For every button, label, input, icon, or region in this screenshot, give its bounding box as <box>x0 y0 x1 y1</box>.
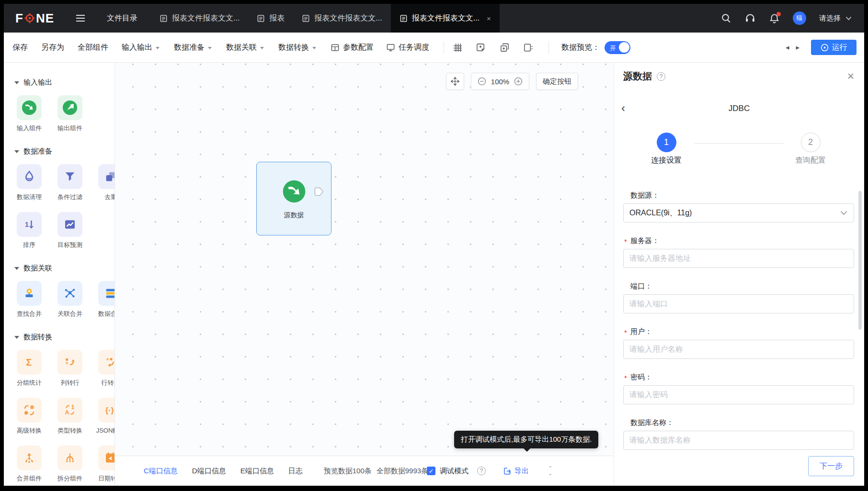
port-info-tab-d[interactable]: D端口信息 <box>192 467 226 476</box>
node-output-port[interactable] <box>314 187 324 197</box>
tab-report-2[interactable]: 报表 <box>248 4 293 33</box>
export-label: 导出 <box>514 467 529 476</box>
panel-collapse-arrows[interactable]: ⌃⌄ <box>548 466 552 476</box>
step-indicator: 1 连接设置 2 查询配置 <box>614 133 864 169</box>
run-button[interactable]: 运行 <box>811 40 857 55</box>
tab-report-1[interactable]: 报表文件报表文文... <box>151 4 248 33</box>
new-page-button[interactable] <box>476 43 486 53</box>
log-tab[interactable]: 日志 <box>288 467 303 476</box>
palette-item-lookup-merge[interactable]: 查找合并 <box>14 281 44 318</box>
export-button[interactable]: 导出 <box>503 467 529 476</box>
palette-item-data-merge[interactable]: 数据合并 <box>96 281 115 318</box>
data-preview-label: 数据预览： <box>561 43 600 53</box>
panel-back-icon[interactable]: ‹ <box>621 102 625 114</box>
capture-region-button[interactable] <box>523 43 533 53</box>
collapse-triangle-icon <box>14 81 19 84</box>
pager-next-icon[interactable]: ▸ <box>796 43 799 52</box>
zoom-out-icon[interactable] <box>478 77 486 86</box>
type-convert-icon: A1 <box>63 403 77 417</box>
collapse-triangle-icon <box>14 267 19 270</box>
palette-item-merge-component[interactable]: 合并组件 <box>14 446 44 483</box>
section-data-prepare[interactable]: 数据准备 <box>14 147 114 156</box>
user-avatar[interactable]: 猫 <box>793 11 806 25</box>
palette-item-data-clean[interactable]: 数据清理 <box>14 164 44 201</box>
toggle-on-label: 开 <box>610 44 616 53</box>
palette-item-label: JSON解析 <box>96 426 115 435</box>
copy-frame-button[interactable] <box>500 43 510 53</box>
palette-item-label: 分组统计 <box>17 379 42 387</box>
server-input[interactable] <box>623 249 854 268</box>
tab-report-4-active[interactable]: 报表文件报表文文... × <box>391 4 500 33</box>
user-select-dropdown[interactable]: 请选择 <box>819 14 852 23</box>
section-io[interactable]: 输入输出 <box>14 78 114 87</box>
palette-item-row-to-col[interactable]: 行转列 <box>96 350 115 387</box>
user-input[interactable] <box>623 340 854 359</box>
save-as-button[interactable]: 另存为 <box>41 43 64 53</box>
zoom-in-icon[interactable] <box>514 77 523 86</box>
nav-file-directory[interactable]: 文件目录 <box>107 4 137 33</box>
data-relate-dropdown[interactable]: 数据关联 <box>226 43 264 53</box>
all-components-button[interactable]: 全部组件 <box>78 43 108 53</box>
flow-canvas[interactable]: 100% 确定按钮 源数据 打开调试模式后,最多可导出100万条数据. <box>115 63 614 486</box>
save-button[interactable]: 保存 <box>12 43 28 53</box>
section-data-relate[interactable]: 数据关联 <box>14 264 114 273</box>
palette-item-condition-filter[interactable]: 条件过滤 <box>55 164 85 201</box>
grid-toggle-button[interactable] <box>453 43 463 53</box>
palette-item-output-component[interactable]: 输出组件 <box>55 95 85 133</box>
collapse-triangle-icon <box>14 336 19 339</box>
palette-item-relate-merge[interactable]: 关联合并 <box>55 281 85 318</box>
palette-item-type-convert[interactable]: A1 类型转换 <box>55 398 85 435</box>
data-prepare-dropdown[interactable]: 数据准备 <box>174 43 212 53</box>
datasource-select[interactable]: ORACLE(9i、11g) <box>623 203 854 223</box>
debug-help-icon[interactable] <box>477 467 486 475</box>
search-icon[interactable] <box>721 13 731 23</box>
menu-hamburger-icon[interactable] <box>76 4 85 33</box>
toolbar-separator <box>548 41 549 54</box>
palette-item-input-component[interactable]: 输入组件 <box>14 95 44 133</box>
task-schedule-button[interactable]: 任务调度 <box>386 43 429 53</box>
param-config-label: 参数配置 <box>343 43 374 53</box>
source-data-node[interactable]: 源数据 <box>256 162 331 235</box>
data-transform-dropdown[interactable]: 数据转换 <box>278 43 316 53</box>
panel-scrollbar[interactable] <box>858 191 862 330</box>
palette-item-date-convert[interactable]: 日期转换 <box>96 446 115 483</box>
password-input[interactable] <box>623 385 854 404</box>
panel-help-icon[interactable] <box>657 72 665 81</box>
palette-item-advanced-transform[interactable]: 高级转换 <box>14 398 44 435</box>
panel-title: 源数据 <box>623 70 652 83</box>
data-preview-toggle[interactable]: 开 <box>605 41 630 54</box>
tab-close-icon[interactable]: × <box>487 14 491 22</box>
debug-mode-checkbox[interactable] <box>427 467 435 475</box>
pager-prev-icon[interactable]: ◂ <box>786 43 789 52</box>
palette-item-sort[interactable]: 1 排序 <box>14 212 44 249</box>
port-input[interactable] <box>623 294 854 313</box>
palette-item-split-component[interactable]: 拆分组件 <box>55 446 85 483</box>
palette-item-target-predict[interactable]: 目标预测 <box>55 212 85 249</box>
palette-item-json-parse[interactable]: {·} JSON解析 <box>96 398 115 435</box>
next-step-button[interactable]: 下一步 <box>808 456 854 476</box>
palette-item-group-stats[interactable]: Σ 分组统计 <box>14 350 44 387</box>
section-title: 数据转换 <box>23 333 52 342</box>
pan-tool-button[interactable] <box>446 73 464 90</box>
port-info-tab-c[interactable]: C端口信息 <box>144 467 178 476</box>
step-1-label: 连接设置 <box>651 156 682 166</box>
palette-item-label: 日期转换 <box>98 474 115 483</box>
port-info-tab-e[interactable]: E端口信息 <box>240 467 274 476</box>
tab-report-3[interactable]: 报表文件报表文文... <box>293 4 390 33</box>
chevron-down-icon <box>845 16 852 21</box>
panel-close-icon[interactable]: ✕ <box>847 71 855 82</box>
database-name-input[interactable] <box>623 431 854 450</box>
tab-label: 报表 <box>269 13 285 23</box>
io-dropdown[interactable]: 输入输出 <box>122 43 160 53</box>
notification-bell-icon[interactable] <box>769 13 780 24</box>
data-prepare-label: 数据准备 <box>174 43 205 53</box>
confirm-button[interactable]: 确定按钮 <box>536 73 578 90</box>
panel-footer: 下一步 <box>614 450 864 486</box>
headset-icon[interactable] <box>744 12 756 24</box>
param-config-button[interactable]: 参数配置 <box>331 43 374 53</box>
toolbar-separator <box>444 41 444 54</box>
logo-letter-ne: NE <box>36 11 54 26</box>
palette-item-col-to-row[interactable]: 列转行 <box>55 350 85 387</box>
palette-item-dedup[interactable]: 去重 <box>96 164 115 201</box>
section-data-transform[interactable]: 数据转换 <box>14 333 114 342</box>
